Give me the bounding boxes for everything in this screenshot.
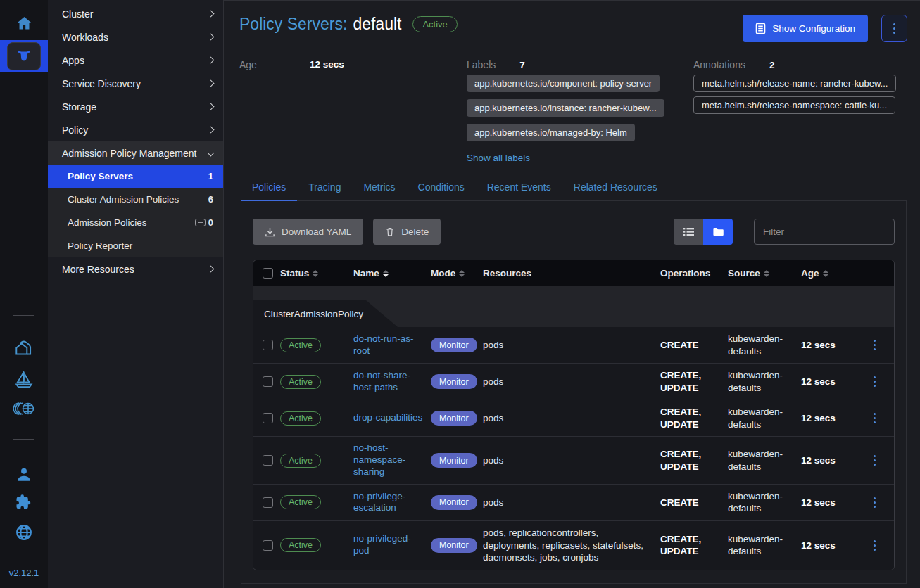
- header-kebab-menu-button[interactable]: [881, 15, 907, 42]
- tab-tracing[interactable]: Tracing: [297, 176, 352, 200]
- table-rows: Active do-not-run-as-root Monitor pods C…: [253, 327, 894, 570]
- row-name-link[interactable]: no-privilege-escalation: [353, 491, 431, 515]
- user-icon[interactable]: [0, 463, 48, 487]
- rancher-app-tile[interactable]: [0, 40, 48, 72]
- row-checkbox[interactable]: [263, 540, 273, 551]
- annotation-box: meta.helm.sh/release-namespace: cattle-k…: [693, 96, 895, 114]
- column-header-age[interactable]: Age: [801, 268, 860, 279]
- row-mode-badge: Monitor: [431, 338, 477, 352]
- table-row: Active no-privileged-pod Monitor pods, r…: [253, 520, 894, 570]
- row-age: 12 secs: [801, 376, 860, 387]
- sidebar-item-policy[interactable]: Policy: [48, 118, 223, 141]
- sidebar-item-cluster-admission-policies[interactable]: Cluster Admission Policies 6: [48, 188, 223, 211]
- page-header: Policy Servers: default Active Show Conf…: [224, 1, 920, 42]
- annotations-column: Annotations 2 meta.helm.sh/release-name:…: [693, 59, 907, 164]
- sidebar-item-more-resources[interactable]: More Resources: [48, 257, 223, 281]
- column-header-label: Name: [353, 268, 379, 279]
- filter-input[interactable]: [754, 219, 895, 245]
- shell-icon[interactable]: [0, 398, 48, 419]
- sidebar-item-admission-policies[interactable]: Admission Policies 0: [48, 211, 223, 234]
- sidebar-item-policy-reporter[interactable]: Policy Reporter: [48, 234, 223, 257]
- row-name-link[interactable]: no-privileged-pod: [353, 533, 431, 557]
- sidebar-item-cluster[interactable]: Cluster: [48, 2, 223, 25]
- sort-arrows-icon: [764, 270, 769, 277]
- row-status-badge: Active: [280, 538, 321, 552]
- show-all-labels-link[interactable]: Show all labels: [467, 153, 530, 163]
- table-row: Active no-privilege-escalation Monitor p…: [253, 484, 894, 520]
- tab-conditions[interactable]: Conditions: [407, 176, 476, 200]
- sidebar-item-label: Cluster: [62, 8, 208, 20]
- sidebar-child-label: Policy Servers: [68, 171, 208, 181]
- row-operations: CREATE, UPDATE: [660, 533, 728, 558]
- column-header-status[interactable]: Status: [280, 268, 353, 279]
- fleet-sailboat-icon[interactable]: [0, 367, 48, 391]
- row-name-link[interactable]: drop-capabilities: [353, 412, 431, 424]
- tab-policies[interactable]: Policies: [241, 176, 297, 200]
- tab-metrics[interactable]: Metrics: [352, 176, 406, 200]
- row-age: 12 secs: [801, 540, 860, 551]
- row-operations: CREATE, UPDATE: [660, 369, 728, 394]
- column-header-label: Status: [280, 268, 309, 279]
- sidebar-group-admission-policy-management[interactable]: Admission Policy Management: [48, 141, 223, 165]
- row-kebab-menu-button[interactable]: [867, 540, 881, 551]
- sort-arrows-icon: [313, 270, 318, 277]
- extensions-puzzle-icon[interactable]: [0, 491, 48, 515]
- tab-recent-events[interactable]: Recent Events: [476, 176, 562, 200]
- globe-icon[interactable]: [0, 520, 48, 544]
- cluster-barn-icon[interactable]: [0, 336, 48, 360]
- show-configuration-button[interactable]: Show Configuration: [743, 15, 868, 42]
- row-checkbox[interactable]: [263, 497, 273, 508]
- row-kebab-menu-button[interactable]: [867, 413, 881, 423]
- column-header-name[interactable]: Name: [353, 268, 431, 279]
- sidebar-item-storage[interactable]: Storage: [48, 95, 223, 118]
- select-all-checkbox[interactable]: [263, 268, 273, 279]
- sidebar-top-items: Cluster Workloads Apps Service Discovery…: [48, 2, 223, 141]
- row-name-link[interactable]: no-host-namespace-sharing: [353, 442, 431, 478]
- row-checkbox[interactable]: [263, 455, 273, 466]
- sidebar-child-label: Cluster Admission Policies: [68, 194, 208, 205]
- row-source: kubewarden-defaults: [728, 533, 801, 558]
- sidebar-item-workloads[interactable]: Workloads: [48, 25, 223, 49]
- sidebar-item-apps[interactable]: Apps: [48, 49, 223, 72]
- tab-related-resources[interactable]: Related Resources: [562, 176, 669, 200]
- annotations-count: 2: [769, 60, 775, 70]
- group-tab: ClusterAdmissionPolicy: [253, 300, 398, 327]
- column-header-operations[interactable]: Operations: [660, 268, 728, 279]
- list-view-toggle[interactable]: [674, 219, 703, 245]
- tab-label: Metrics: [363, 181, 395, 193]
- home-icon[interactable]: [0, 11, 48, 35]
- row-checkbox[interactable]: [263, 376, 273, 387]
- row-name-link[interactable]: do-not-run-as-root: [353, 333, 431, 357]
- row-source: kubewarden-defaults: [728, 369, 801, 394]
- row-age: 12 secs: [801, 497, 860, 508]
- column-header-label: Resources: [483, 268, 531, 279]
- column-header-resources[interactable]: Resources: [483, 268, 660, 279]
- page-title-type: Policy Servers:: [239, 15, 347, 34]
- row-kebab-menu-button[interactable]: [867, 340, 881, 350]
- row-kebab-menu-button[interactable]: [867, 455, 881, 466]
- download-yaml-button[interactable]: Download YAML: [253, 219, 363, 245]
- table-header-row: Status Name Mode Resources Operations So…: [253, 260, 894, 286]
- download-yaml-label: Download YAML: [282, 226, 351, 237]
- column-header-mode[interactable]: Mode: [431, 268, 483, 279]
- row-status-badge: Active: [280, 338, 321, 352]
- row-mode-badge: Monitor: [431, 374, 477, 389]
- policies-table: Status Name Mode Resources Operations So…: [253, 260, 895, 570]
- sidebar-item-service-discovery[interactable]: Service Discovery: [48, 72, 223, 95]
- row-kebab-menu-button[interactable]: [867, 497, 881, 508]
- row-name-link[interactable]: do-not-share-host-paths: [353, 370, 431, 394]
- group-view-toggle[interactable]: [703, 219, 733, 245]
- sidebar-child-count: 0: [208, 217, 213, 228]
- sidebar-item-policy-servers[interactable]: Policy Servers 1: [48, 165, 223, 188]
- row-checkbox[interactable]: [263, 413, 273, 423]
- row-kebab-menu-button[interactable]: [867, 376, 881, 387]
- row-checkbox[interactable]: [263, 340, 273, 350]
- table-row: Active do-not-share-host-paths Monitor p…: [253, 363, 894, 400]
- row-operations: CREATE: [660, 497, 728, 509]
- delete-button[interactable]: Delete: [373, 219, 441, 245]
- tab-label: Recent Events: [487, 181, 551, 193]
- column-header-source[interactable]: Source: [728, 268, 801, 279]
- folder-icon: [712, 226, 724, 237]
- row-resources: pods: [483, 412, 660, 425]
- sidebar-item-label: Apps: [62, 55, 208, 66]
